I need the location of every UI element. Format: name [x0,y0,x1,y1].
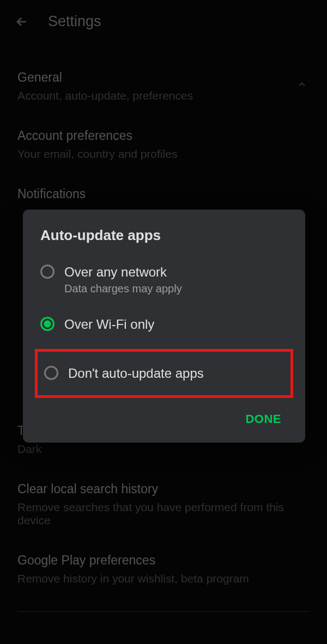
radio-option-any-network[interactable]: Over any network Data charges may apply [40,261,288,297]
auto-update-dialog: Auto-update apps Over any network Data c… [23,210,305,443]
dialog-actions: DONE [40,408,288,431]
radio-content: Don't auto-update apps [68,365,284,382]
radio-option-wifi-only[interactable]: Over Wi-Fi only [40,314,288,335]
radio-sublabel: Data charges may apply [64,283,288,295]
radio-content: Over Wi-Fi only [64,316,288,333]
radio-option-dont-update[interactable]: Don't auto-update apps [35,349,293,397]
radio-content: Over any network Data charges may apply [64,263,288,295]
radio-unselected-icon [44,366,58,380]
dialog-title: Auto-update apps [40,227,288,244]
done-button[interactable]: DONE [239,408,288,431]
radio-label: Over Wi-Fi only [64,316,288,333]
radio-selected-icon [40,317,55,331]
radio-unselected-icon [40,265,55,279]
radio-label: Don't auto-update apps [68,365,284,382]
radio-label: Over any network [64,263,288,280]
